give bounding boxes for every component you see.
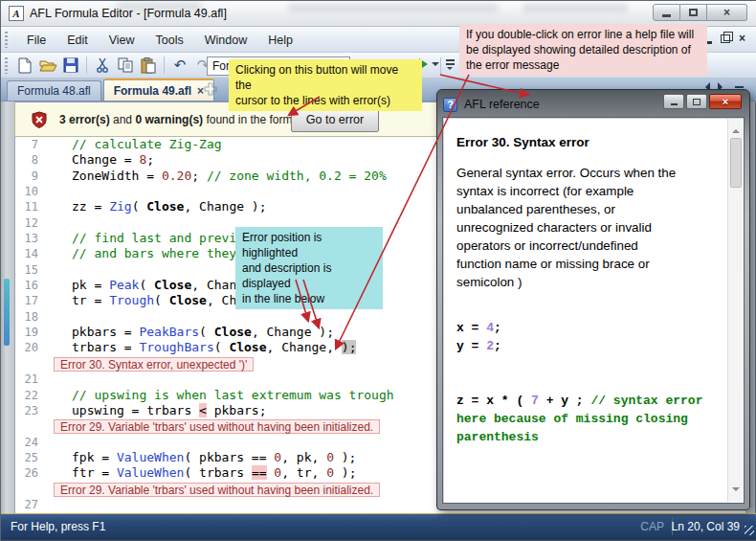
menu-item-file[interactable]: File — [16, 34, 56, 47]
copy-button[interactable] — [115, 56, 136, 75]
line-number: 10 — [15, 184, 38, 199]
line-number: 25 — [15, 450, 38, 465]
toolbar-grip[interactable] — [5, 57, 8, 74]
menu-item-tools[interactable]: Tools — [145, 34, 194, 47]
afl-formula-editor-window: A AFL Formula Editor - [Formula 49.afl] … — [0, 0, 756, 541]
line-number: 16 — [15, 278, 38, 293]
error-reference-description: General syntax error. Occurs when the sy… — [456, 164, 729, 291]
error-summary-segment: and — [110, 113, 136, 126]
popup-minimize-button[interactable] — [663, 94, 684, 109]
code-text: // calculate Zig-Zag — [72, 137, 222, 151]
app-icon: A — [9, 6, 24, 21]
code-text: upswing = trbars < pkbars; — [72, 403, 267, 417]
open-file-button[interactable] — [37, 56, 58, 75]
line-number: 23 — [15, 403, 38, 418]
code-text: Change = 8; — [72, 152, 154, 167]
code-text: ZoneWidth = 0.20; // zone width, 0.2 = 2… — [72, 169, 387, 183]
minimize-icon — [662, 14, 671, 17]
undo-icon: ↶ — [174, 58, 187, 73]
tab-formula-48-afl[interactable]: Formula 48.afl — [7, 80, 101, 101]
error-summary-segment: 3 error(s) — [59, 113, 110, 126]
close-icon: × — [723, 7, 730, 18]
close-icon: × — [723, 97, 728, 107]
cursor-position: Ln 20, Col 39 — [672, 520, 740, 533]
mdi-close-icon[interactable]: × — [739, 33, 745, 44]
popup-title: AFL reference — [464, 98, 540, 111]
menu-item-edit[interactable]: Edit — [56, 34, 99, 47]
popup-maximize-button[interactable] — [686, 94, 707, 109]
maximize-icon — [689, 9, 698, 16]
line-number: 21 — [15, 372, 38, 387]
status-bar: For Help, press F1 CAP Ln 20, Col 39 — [1, 513, 756, 538]
tab-label: Formula 48.afl — [17, 84, 91, 98]
chevron-down-icon — [432, 62, 439, 70]
code-text: ftr = ValueWhen( trbars == 0, tr, 0 ); — [72, 465, 356, 480]
maximize-button[interactable] — [680, 4, 707, 21]
new-file-button[interactable] — [14, 56, 35, 75]
line-number: 17 — [15, 293, 38, 308]
window-controls: × — [653, 4, 747, 21]
menu-items: FileEditViewToolsWindowHelp — [16, 27, 303, 53]
minimize-button[interactable] — [653, 4, 680, 21]
pane-minimize-icon[interactable] — [735, 86, 744, 88]
tab-formula-49-afl[interactable]: Formula 49.afl× — [103, 79, 214, 101]
paste-button[interactable] — [138, 56, 159, 75]
cut-button[interactable] — [92, 56, 113, 75]
code-text: fpk = ValueWhen( pkbars == 0, pk, 0 ); — [72, 450, 356, 464]
go-to-error-button[interactable]: Go to error — [291, 108, 379, 132]
callout-error-position: Error position is highlighted and descri… — [235, 227, 383, 309]
code-text: // upswing is when last extremum was tro… — [72, 388, 394, 402]
popup-close-button[interactable]: × — [709, 94, 742, 109]
inline-error-message[interactable]: Error 29. Variable 'trbars' used without… — [54, 419, 380, 434]
scrollbar-thumb[interactable] — [730, 138, 742, 188]
popup-scrollbar[interactable] — [727, 119, 743, 502]
code-text: trbars = TroughBars( Close, Change, ); — [72, 340, 356, 354]
status-help-text: For Help, press F1 — [11, 520, 105, 533]
menu-item-window[interactable]: Window — [194, 34, 257, 47]
scroll-up-icon[interactable] — [732, 125, 740, 133]
popup-title-bar[interactable]: ? AFL reference × — [443, 94, 744, 115]
tabs: Formula 48.aflFormula 49.afl× — [7, 79, 216, 101]
line-number: 20 — [15, 340, 38, 355]
toolbar-grip[interactable] — [5, 32, 8, 48]
menu-item-view[interactable]: View — [99, 34, 145, 47]
new-file-icon — [18, 57, 33, 74]
line-number: 14 — [15, 246, 38, 261]
move-cross-icon — [204, 82, 217, 96]
inline-error-message[interactable]: Error 29. Variable 'trbars' used without… — [54, 483, 380, 497]
close-button[interactable]: × — [707, 4, 747, 21]
save-icon — [63, 57, 78, 73]
line-number: 18 — [15, 309, 38, 325]
scroll-down-icon[interactable] — [732, 487, 740, 495]
copy-icon — [118, 57, 134, 74]
undo-button[interactable]: ↶ — [169, 56, 190, 75]
window-title: AFL Formula Editor - [Formula 49.afl] — [30, 7, 227, 20]
line-number: 26 — [15, 465, 38, 481]
toolbar-separator — [164, 56, 165, 74]
minimize-icon — [671, 103, 678, 105]
save-button[interactable] — [60, 56, 81, 75]
toolbar-separator — [86, 56, 87, 74]
callout-double-click-help: If you double-click on error line a help… — [459, 24, 707, 76]
line-number: 8 — [15, 152, 38, 168]
open-folder-icon — [39, 58, 57, 73]
help-file-icon: ? — [443, 98, 457, 112]
popup-window-controls: × — [663, 94, 742, 109]
line-number: 9 — [15, 169, 38, 184]
callout-go-to-error: Clicking on this button will move the cu… — [229, 59, 422, 111]
line-number: 15 — [15, 262, 38, 278]
toolbar-overflow-button[interactable] — [443, 57, 456, 73]
paste-clipboard-icon — [141, 57, 156, 74]
mdi-restore-icon[interactable] — [721, 34, 730, 43]
maximize-icon — [693, 99, 700, 105]
window-frame-left — [1, 101, 14, 513]
line-number: 19 — [15, 325, 38, 340]
caps-lock-indicator: CAP — [640, 520, 664, 533]
menu-item-help[interactable]: Help — [257, 34, 303, 47]
error-reference-code-example: x = 4;y = 2; z = x * ( 7 + y ; // syntax… — [456, 319, 702, 446]
resize-grip[interactable] — [745, 526, 754, 535]
code-text: pkbars = PeakBars( Close, Change ); — [72, 325, 334, 339]
inline-error-message[interactable]: Error 30. Syntax error, unexpected ')' — [54, 357, 254, 372]
error-summary-segment: 0 warning(s) — [135, 113, 203, 126]
apply-formula-button[interactable] — [419, 58, 439, 70]
